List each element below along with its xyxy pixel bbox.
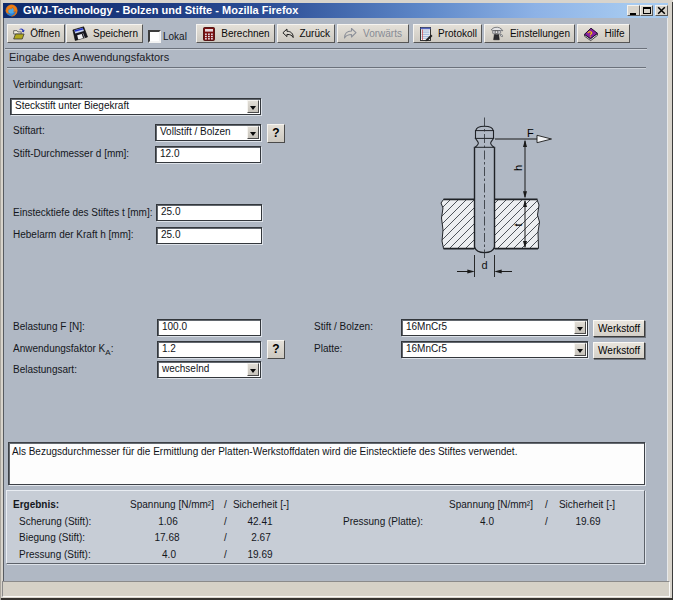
svg-text:d: d <box>481 259 487 271</box>
svg-text:F: F <box>527 127 534 139</box>
svg-text:h: h <box>512 165 524 171</box>
